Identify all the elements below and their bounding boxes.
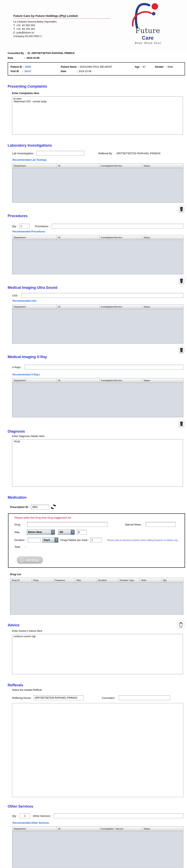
column-header: ID — [57, 163, 100, 168]
column-header: ID — [57, 378, 100, 383]
other-services-input[interactable] — [54, 813, 183, 818]
lab-referred-value: ORITSETSETOS RAPHAEL PINNICK — [116, 152, 160, 155]
other-qty-input[interactable] — [20, 813, 30, 818]
column-header: Department — [12, 827, 57, 831]
add-drug-button[interactable]: + Add Drug — [17, 556, 43, 564]
duration-unit-dropdown[interactable]: Day/s ▼ — [42, 537, 58, 542]
drug-input[interactable] — [27, 522, 108, 527]
total-row: Total : — [14, 546, 182, 548]
lab-input-label: Lab Investingation : — [12, 152, 35, 155]
consult-date-line: Date : 2024-10-08 — [8, 57, 187, 59]
section-title-procedures: Procedures — [8, 214, 187, 218]
consultation-page: Future Care by Future Holdings (Pty) Lim… — [0, 0, 187, 868]
column-header: Investigation/Service — [100, 378, 142, 383]
other-qty-label: Qty : — [12, 814, 17, 817]
patient-gender-value: Male — [167, 65, 173, 68]
consultant-label: Consultant — [102, 696, 114, 700]
complaints-label: Enter Complaints Here — [12, 92, 187, 95]
section-title-other-services: Other Services — [8, 804, 187, 809]
logo-word-future: Future — [123, 27, 173, 35]
section-title-advice: Advice — [8, 623, 20, 627]
patient-id-cell: Patient ID : 8264 — [10, 65, 61, 68]
section-title-referrals: Refferals — [8, 683, 187, 687]
section-title-diagnosis: Diagnosis — [8, 429, 187, 434]
prescription-id-input[interactable] — [31, 505, 49, 509]
column-header: Duration Type — [118, 578, 140, 582]
drug-list-table: Drug IDDrugFequencyWayDurationDuration T… — [10, 578, 183, 615]
lab-testings-table: DepartmentIDInvestigation/ServiceStatus — [12, 163, 183, 203]
column-header: Way — [75, 578, 97, 582]
company-info: Future Care by Future Holdings (Pty) Lim… — [13, 14, 110, 38]
visit-id-cell: Visit ID : 16147 — [10, 70, 61, 73]
other-services-table-header: DepartmentIDInvestigation / ServiceStatu… — [12, 827, 183, 831]
referral-inputs-row: Reffering Doctor Consultant — [12, 695, 183, 700]
chevron-down-icon: ▼ — [71, 530, 74, 534]
frequency-selected: OD — [58, 530, 71, 534]
column-header: Drug ID — [10, 578, 32, 582]
procedures-qty-input[interactable] — [19, 224, 30, 228]
referring-doctor-input[interactable] — [33, 695, 84, 700]
patient-id-label: Patient ID : — [10, 65, 24, 68]
procedures-table-header: DepartmentIDInvestigation/ServiceStatus — [12, 235, 183, 240]
drug-row: Drug : Special Notes : — [14, 522, 182, 527]
lab-table-body — [12, 168, 183, 203]
visit-id-label: Visit ID : — [10, 70, 23, 73]
frequency-dropdown[interactable]: OD ▼ — [58, 530, 75, 535]
xray-input[interactable] — [25, 365, 183, 370]
column-header: ID — [57, 305, 100, 309]
section-title-presenting-complaints: Presenting Complaints — [8, 84, 187, 89]
company-phone-2: T: +24 84 225 252 — [13, 27, 110, 31]
section-title-laboratory: Laboratory Investigations — [8, 144, 187, 148]
other-services-label: Other Services : — [33, 814, 51, 817]
recommended-uss-label: Recommended USS — [12, 300, 187, 302]
uss-input-row: USS : — [12, 293, 183, 298]
uss-delete-button[interactable] — [179, 346, 184, 354]
visit-id-value: 16147 — [24, 70, 31, 73]
prescription-id-label: Prescription ID : — [10, 506, 30, 508]
patient-age-value: 57 — [143, 65, 146, 68]
uss-table-body — [12, 309, 183, 343]
drug-list-table-header: Drug IDDrugFequencyWayDurationDuration T… — [10, 578, 183, 583]
section-title-ultrasound: Medical Imaging Ultra Sound — [8, 286, 187, 290]
column-header: Department — [12, 378, 57, 383]
other-services-table-body — [12, 831, 183, 867]
column-header: Status — [142, 378, 183, 383]
lab-investigation-input[interactable] — [36, 151, 84, 156]
advice-textarea[interactable]: continue current mgt — [12, 634, 183, 674]
medication-entry-box: Please select the Drug from Drug suggess… — [8, 513, 185, 568]
way-label: Way : — [14, 531, 25, 534]
column-header: Investigation/Service — [100, 235, 142, 240]
xray-delete-button[interactable] — [179, 420, 184, 427]
meal-time-dropdown[interactable]: Before Meal ▼ — [27, 530, 55, 535]
column-header: Status — [142, 827, 183, 831]
uss-input-label: USS : — [12, 294, 19, 297]
consultant-input[interactable] — [119, 695, 170, 700]
consult-date-value: 2024-10-08 — [27, 57, 39, 59]
column-header: Status — [142, 235, 183, 240]
logo-swoosh-icon — [127, 2, 169, 28]
other-services-input-row: Qty : Other Services : — [12, 813, 183, 818]
meal-time-selected: Before Meal — [27, 530, 51, 534]
special-notes-input[interactable] — [146, 522, 176, 527]
per-meal-label: Drugs/Tablets per meal : — [60, 538, 89, 541]
xray-table-header: DepartmentIDInvestigation/ServiceStatus — [12, 378, 183, 383]
diagnosis-textarea[interactable]: ?PUD — [12, 439, 183, 487]
frequency-qty-input[interactable] — [77, 530, 87, 535]
complaints-textarea[interactable]: pt seen Abdominal USS - normal study — [12, 96, 183, 134]
procedures-delete-button[interactable] — [179, 277, 184, 284]
add-drug-label: Add Drug — [26, 558, 39, 562]
patient-name-label: Patient Name : — [61, 65, 79, 68]
procedures-input[interactable] — [52, 224, 183, 228]
duration-input[interactable] — [28, 538, 41, 542]
per-meal-input[interactable] — [90, 538, 102, 542]
visit-date-value: 2024-10-08 — [78, 70, 91, 73]
patient-age-label: Age : — [135, 65, 142, 68]
column-header: Duration — [97, 578, 118, 582]
drug-list-delete-button[interactable] — [177, 621, 184, 629]
company-address: Le Chainter,Victoria,Mahe,Seychelles — [13, 20, 110, 24]
uss-input[interactable] — [21, 293, 183, 298]
refresh-prescription-button[interactable] — [51, 504, 56, 510]
lab-delete-button[interactable] — [179, 206, 184, 213]
advice-header: Advice — [0, 615, 184, 629]
uss-table: DepartmentIDInvestigation/ServiceStatus — [12, 304, 183, 344]
